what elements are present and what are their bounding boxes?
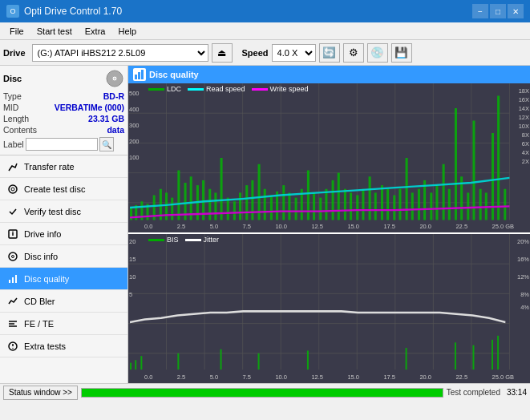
x2-200: 20.0 [419, 374, 431, 383]
sidebar-item-cd-bler[interactable]: CD Bler [0, 290, 127, 313]
svg-rect-74 [362, 189, 364, 220]
app-title: Opti Drive Control 1.70 [24, 6, 122, 17]
svg-rect-67 [319, 198, 322, 220]
contents-label: Contents [3, 125, 37, 135]
x1-100: 10.0 [275, 223, 287, 232]
disc-info-icon [6, 250, 19, 263]
chart-header: Disc quality [128, 66, 530, 83]
ldc-color [148, 88, 164, 91]
y2-right-16pct: 16% [517, 256, 529, 263]
menu-file[interactable]: File [3, 25, 30, 38]
x1-225: 22.5 [455, 223, 467, 232]
svg-rect-19 [135, 75, 137, 79]
x1-0: 0.0 [144, 223, 152, 232]
x2-75: 7.5 [243, 374, 251, 383]
svg-rect-59 [270, 196, 273, 220]
svg-rect-123 [497, 336, 499, 370]
sidebar-item-fe-te[interactable]: FE / TE [0, 313, 127, 335]
svg-rect-116 [220, 349, 222, 370]
label-input[interactable] [26, 138, 98, 151]
x1-250: 25.0 GB [492, 223, 514, 232]
transfer-rate-icon [6, 160, 19, 173]
disc-title: Disc [3, 74, 22, 83]
svg-rect-69 [332, 180, 334, 220]
x2-250: 25.0 GB [492, 374, 514, 383]
progress-fill [82, 389, 443, 397]
save-button[interactable]: 💾 [391, 43, 412, 63]
cd-bler-icon [6, 295, 19, 308]
sidebar-item-verify-test-disc[interactable]: Verify test disc [0, 200, 127, 223]
svg-rect-93 [479, 189, 482, 220]
refresh-button[interactable]: 🔄 [319, 43, 340, 63]
menu-extra[interactable]: Extra [79, 25, 112, 38]
minimize-button[interactable]: − [472, 4, 488, 18]
y-right-4x: 4X [522, 149, 529, 156]
sidebar-item-disc-info[interactable]: Disc info [0, 245, 127, 268]
svg-rect-58 [264, 189, 266, 220]
disc-quality-label: Disc quality [24, 274, 69, 284]
sidebar-item-extra-tests[interactable]: Extra tests [0, 335, 127, 357]
maximize-button[interactable]: □ [490, 4, 506, 18]
y2-left-15: 15 [129, 256, 136, 263]
menu-starttest[interactable]: Start test [30, 25, 79, 38]
jitter-legend: Jitter [185, 236, 220, 244]
x2-125: 12.5 [311, 374, 323, 383]
writespeed-legend: Write speed [252, 85, 309, 93]
x1-150: 15.0 [347, 223, 359, 232]
bis-label: BIS [167, 236, 179, 244]
menu-help[interactable]: Help [111, 25, 143, 38]
eject-button[interactable]: ⏏ [212, 43, 233, 63]
svg-rect-62 [288, 192, 290, 220]
svg-rect-97 [504, 189, 506, 220]
drive-select[interactable]: (G:) ATAPI iHBS212 2.5L09 [32, 44, 208, 62]
label-search-button[interactable]: 🔍 [99, 137, 114, 151]
chart1-legend: LDC Read speed Write speed [148, 85, 308, 93]
settings-button[interactable]: ⚙ [343, 43, 364, 63]
cd-icon-button[interactable]: 💿 [367, 43, 388, 63]
y-left-200: 200 [129, 138, 140, 145]
y-left-400: 400 [129, 106, 140, 113]
svg-rect-63 [295, 198, 297, 220]
y-left-100: 100 [129, 154, 140, 161]
x2-225: 22.5 [455, 374, 467, 383]
svg-rect-50 [214, 192, 216, 220]
sidebar-item-create-test-disc[interactable]: Create test disc [0, 178, 127, 200]
readspeed-legend: Read speed [188, 85, 245, 93]
sidebar-item-drive-info[interactable]: Drive info [0, 223, 127, 245]
svg-point-8 [9, 252, 17, 260]
sidebar-item-transfer-rate[interactable]: Transfer rate [0, 155, 127, 178]
y2-left-10: 10 [129, 273, 136, 281]
disc-info-label: Disc info [24, 252, 58, 261]
svg-rect-44 [177, 171, 180, 220]
svg-rect-10 [9, 280, 10, 283]
status-window-button[interactable]: Status window >> [3, 386, 78, 400]
length-value: 23.31 GB [88, 114, 124, 123]
svg-rect-73 [356, 196, 358, 220]
extra-tests-icon [6, 340, 19, 353]
y-right-10x: 10X [519, 123, 529, 130]
chart1-xaxis: 0.0 2.5 5.0 7.5 10.0 12.5 15.0 17.5 20.0… [128, 223, 530, 232]
chart-header-icon [133, 68, 146, 81]
svg-rect-89 [455, 108, 457, 220]
svg-rect-68 [325, 189, 327, 220]
sidebar-item-disc-quality[interactable]: Disc quality [0, 268, 127, 290]
svg-rect-113 [135, 360, 136, 370]
chart2-xaxis: 0.0 2.5 5.0 7.5 10.0 12.5 15.0 17.5 20.0… [128, 374, 530, 383]
sidebar: Disc Type BD-R MID VERBATIMe (000) Leng [0, 66, 128, 383]
close-button[interactable]: ✕ [508, 4, 524, 18]
speed-select[interactable]: 4.0 X [272, 44, 316, 62]
svg-rect-83 [418, 189, 420, 220]
y2-left-5: 5 [129, 291, 132, 298]
main-content: Disc Type BD-R MID VERBATIMe (000) Leng [0, 66, 530, 383]
fe-te-icon [6, 317, 19, 330]
chart-title: Disc quality [149, 70, 199, 79]
svg-rect-49 [208, 189, 211, 220]
svg-point-4 [11, 188, 14, 191]
svg-rect-121 [472, 345, 474, 370]
disc-icon-img [105, 69, 124, 88]
svg-rect-54 [239, 192, 241, 220]
mid-label: MID [3, 103, 18, 112]
svg-rect-96 [497, 96, 500, 220]
drive-info-label: Drive info [24, 229, 61, 239]
svg-rect-43 [171, 198, 173, 220]
